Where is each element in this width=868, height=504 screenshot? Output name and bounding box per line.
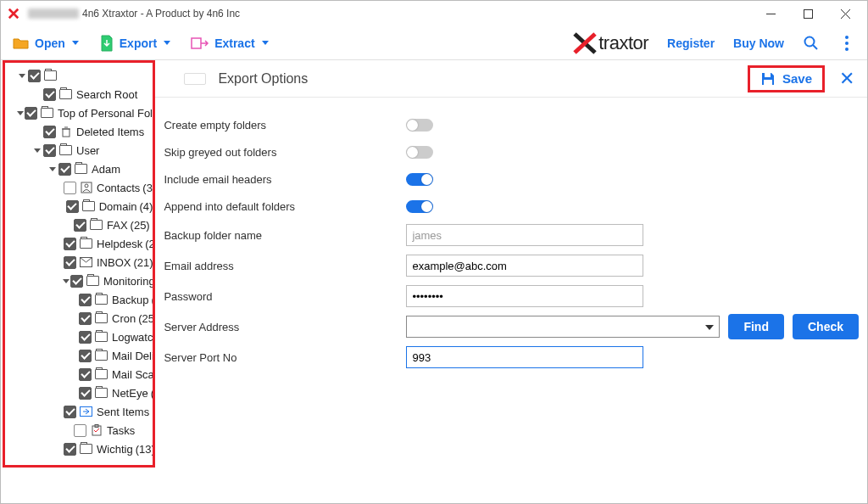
main-toolbar: Open Export Extract traxtor Register Buy…: [1, 26, 867, 60]
tree-checkbox[interactable]: [66, 200, 79, 213]
caret-down-icon: [262, 41, 269, 45]
tree-checkbox[interactable]: [64, 182, 76, 194]
tree-checkbox[interactable]: [79, 387, 92, 400]
save-icon: [760, 71, 776, 87]
tree-node[interactable]: Sent Items (13): [5, 402, 153, 421]
check-button[interactable]: Check: [793, 314, 859, 339]
format-swatch[interactable]: [184, 73, 206, 85]
tree-checkbox[interactable]: [43, 126, 56, 138]
email-input[interactable]: [406, 255, 643, 277]
append-default-toggle[interactable]: [406, 200, 433, 213]
tree-checkbox[interactable]: [25, 107, 37, 120]
tree-node[interactable]: User: [5, 141, 153, 160]
maximize-button[interactable]: [789, 2, 826, 25]
export-menu[interactable]: Export: [99, 35, 170, 52]
password-input[interactable]: [406, 285, 643, 307]
tree-checkbox[interactable]: [74, 424, 86, 437]
tree-arrow-icon[interactable]: [63, 276, 70, 286]
minimize-button[interactable]: [752, 2, 789, 25]
svg-rect-16: [765, 73, 771, 77]
folder-tree: Search RootTop of Personal FoldersDelete…: [3, 60, 155, 468]
tree-label: Tasks: [107, 424, 135, 437]
tree-label: Helpdesk: [97, 238, 142, 250]
close-panel-button[interactable]: ✕: [837, 68, 857, 90]
tree-count: (21): [133, 256, 153, 269]
folder-icon: [95, 369, 108, 379]
tree-checkbox[interactable]: [79, 350, 92, 362]
create-empty-toggle[interactable]: [406, 119, 433, 132]
tree-node[interactable]: Logwatch (25): [5, 328, 153, 346]
tree-node[interactable]: [5, 66, 153, 85]
search-icon: [804, 36, 819, 51]
search-button[interactable]: [803, 35, 820, 52]
tree-node[interactable]: Adam: [5, 160, 153, 178]
tree-node[interactable]: INBOX (21): [5, 253, 153, 272]
titlebar: 4n6 Xtraxtor - A Product by 4n6 Inc: [1, 1, 867, 26]
tree-checkbox[interactable]: [79, 294, 92, 306]
svg-rect-7: [63, 129, 70, 137]
backup-name-label: Backup folder name: [164, 229, 406, 242]
folder-icon: [59, 89, 72, 99]
backup-name-input[interactable]: [406, 224, 643, 246]
find-button[interactable]: Find: [728, 314, 784, 339]
save-button[interactable]: Save: [748, 65, 825, 92]
export-panel: Export Options Save ✕ Create empty folde…: [155, 60, 867, 503]
tree-label: NetEye: [112, 387, 148, 400]
tree-node[interactable]: Tasks: [5, 421, 153, 440]
server-address-combo[interactable]: [406, 316, 720, 338]
tree-checkbox[interactable]: [64, 406, 76, 418]
folder-icon: [95, 294, 108, 305]
tree-label: FAX: [107, 219, 128, 232]
tree-arrow-icon[interactable]: [32, 145, 42, 155]
tree-checkbox[interactable]: [64, 256, 76, 269]
tree-arrow-icon[interactable]: [17, 70, 27, 81]
svg-rect-1: [804, 9, 812, 18]
buy-now-link[interactable]: Buy Now: [733, 36, 784, 50]
tree-node[interactable]: Top of Personal Folders: [5, 104, 153, 122]
tree-arrow-icon[interactable]: [17, 108, 24, 118]
tree-checkbox[interactable]: [79, 331, 92, 344]
register-link[interactable]: Register: [667, 36, 715, 50]
more-menu[interactable]: [838, 35, 855, 52]
tree-checkbox[interactable]: [74, 219, 86, 232]
tree-node[interactable]: Mail Delivery (24): [5, 346, 153, 365]
skip-greyed-toggle[interactable]: [406, 146, 433, 159]
open-menu[interactable]: Open: [13, 36, 79, 50]
tree-checkbox[interactable]: [64, 238, 76, 250]
tree-arrow-icon[interactable]: [47, 164, 58, 174]
save-label: Save: [782, 71, 812, 86]
tree-count: (25): [138, 312, 155, 325]
tree-label: Wichtig: [97, 443, 133, 456]
tree-node[interactable]: Mail Scan (25): [5, 365, 153, 384]
tree-checkbox[interactable]: [43, 88, 56, 101]
tree-node[interactable]: Domain (4): [5, 197, 153, 216]
tree-checkbox[interactable]: [70, 275, 83, 288]
tree-checkbox[interactable]: [64, 443, 76, 456]
tree-checkbox[interactable]: [28, 70, 41, 82]
tree-node[interactable]: Backup (25): [5, 290, 153, 309]
tree-node[interactable]: Helpdesk (25): [5, 234, 153, 253]
brand-text: traxtor: [598, 32, 648, 54]
tree-checkbox[interactable]: [58, 163, 71, 176]
tree-node[interactable]: Monitoring: [5, 272, 153, 290]
tree-label: Backup: [112, 294, 148, 306]
tree-node[interactable]: FAX (25): [5, 216, 153, 234]
close-window-button[interactable]: [826, 2, 864, 25]
tree-node[interactable]: Wichtig (13): [5, 440, 153, 458]
tree-checkbox[interactable]: [43, 144, 56, 157]
more-vertical-icon: [845, 36, 849, 51]
tree-checkbox[interactable]: [79, 368, 92, 381]
include-headers-toggle[interactable]: [406, 173, 433, 186]
tree-label: INBOX: [97, 256, 131, 269]
tree-node[interactable]: Cron (25): [5, 309, 153, 328]
server-port-input[interactable]: [406, 346, 643, 368]
tree-node[interactable]: Search Root: [5, 85, 153, 104]
tree-count: (3): [142, 182, 155, 194]
tree-node[interactable]: Deleted Items: [5, 122, 153, 141]
tree-node[interactable]: NetEye (25): [5, 384, 153, 402]
folder-icon: [80, 444, 92, 454]
tree-node[interactable]: Contacts (3): [5, 178, 153, 197]
extract-menu[interactable]: Extract: [191, 36, 268, 50]
include-headers-label: Include email headers: [164, 173, 406, 186]
tree-checkbox[interactable]: [79, 312, 92, 325]
